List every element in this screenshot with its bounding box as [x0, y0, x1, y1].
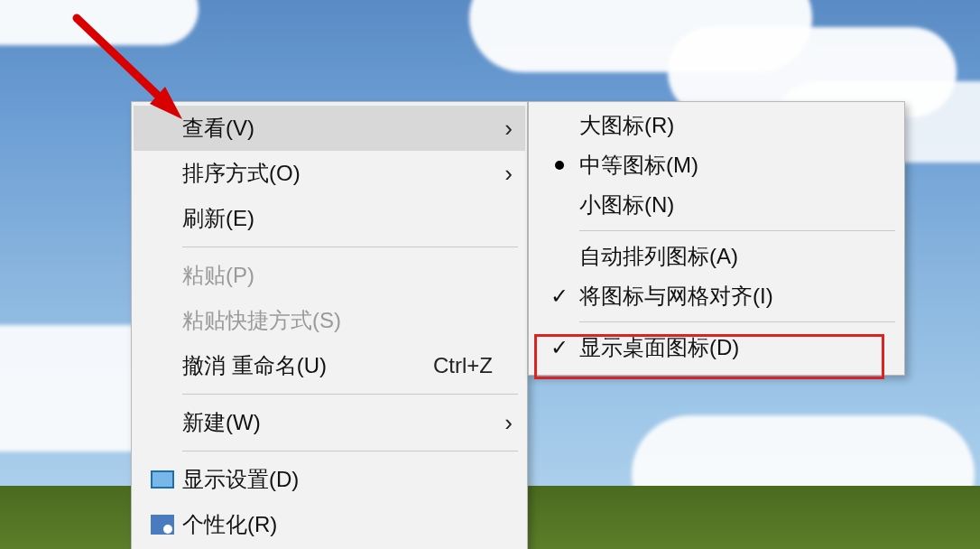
radio-bullet-icon: [555, 161, 564, 170]
menu-item-label: 查看(V): [182, 114, 493, 143]
menu-item-label: 大图标(R): [579, 111, 890, 140]
menu-separator: [182, 394, 518, 395]
submenu-item-show-desktop-icons[interactable]: 显示桌面图标(D): [531, 328, 902, 368]
submenu-arrow-icon: ›: [493, 409, 513, 437]
display-settings-icon: [151, 470, 174, 489]
menu-separator: [182, 451, 518, 451]
personalize-icon: [151, 515, 174, 535]
submenu-arrow-icon: ›: [493, 115, 513, 143]
menu-item-personalize[interactable]: 个性化(R): [134, 502, 525, 547]
menu-item-label: 排序方式(O): [182, 159, 493, 188]
menu-item-undo-rename[interactable]: 撤消 重命名(U) Ctrl+Z: [134, 343, 525, 388]
submenu-arrow-icon: ›: [493, 160, 513, 188]
menu-item-label: 自动排列图标(A): [579, 242, 890, 271]
submenu-item-large-icons[interactable]: 大图标(R): [531, 106, 902, 145]
menu-item-label: 小图标(N): [579, 191, 890, 219]
menu-item-shortcut: Ctrl+Z: [433, 353, 493, 378]
menu-item-label: 新建(W): [182, 408, 493, 437]
menu-item-view[interactable]: 查看(V) ›: [134, 106, 525, 151]
menu-item-refresh[interactable]: 刷新(E): [134, 196, 525, 241]
view-submenu: 大图标(R) 中等图标(M) 小图标(N) 自动排列图标(A) 将图标与网格对齐…: [528, 101, 905, 376]
menu-item-paste: 粘贴(P): [134, 253, 525, 298]
menu-item-label: 中等图标(M): [579, 151, 890, 180]
menu-item-label: 显示设置(D): [182, 465, 493, 494]
menu-item-display-settings[interactable]: 显示设置(D): [134, 457, 525, 502]
submenu-item-auto-arrange[interactable]: 自动排列图标(A): [531, 237, 902, 276]
menu-item-label: 撤消 重命名(U): [182, 351, 422, 380]
submenu-item-align-to-grid[interactable]: 将图标与网格对齐(I): [531, 276, 902, 316]
check-icon: [550, 284, 569, 309]
menu-item-label: 粘贴(P): [182, 261, 493, 290]
check-icon: [550, 335, 569, 360]
menu-item-sort-by[interactable]: 排序方式(O) ›: [134, 151, 525, 196]
menu-item-label: 显示桌面图标(D): [579, 333, 890, 362]
menu-separator: [182, 247, 518, 247]
submenu-item-small-icons[interactable]: 小图标(N): [531, 185, 902, 225]
menu-item-label: 将图标与网格对齐(I): [579, 282, 890, 311]
submenu-item-medium-icons[interactable]: 中等图标(M): [531, 145, 902, 185]
menu-item-new[interactable]: 新建(W) ›: [134, 400, 525, 445]
menu-item-label: 个性化(R): [182, 510, 493, 539]
desktop-context-menu: 查看(V) › 排序方式(O) › 刷新(E) 粘贴(P) 粘贴快捷方式(S) …: [131, 101, 528, 549]
menu-item-label: 刷新(E): [182, 204, 493, 233]
menu-item-paste-shortcut: 粘贴快捷方式(S): [134, 298, 525, 343]
menu-separator: [579, 230, 895, 231]
menu-item-label: 粘贴快捷方式(S): [182, 306, 493, 335]
menu-separator: [579, 321, 895, 322]
